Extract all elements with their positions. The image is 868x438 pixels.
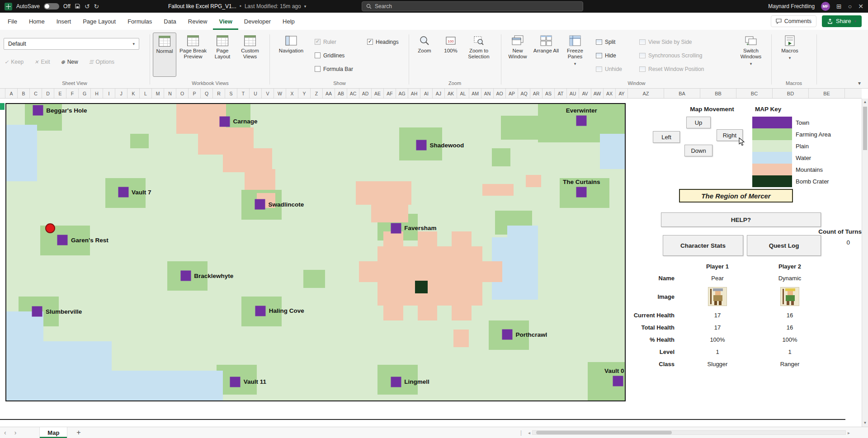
column-header-i[interactable]: I [103,89,115,98]
tab-file[interactable]: File [2,13,23,30]
column-header-n[interactable]: N [164,89,176,98]
column-header-a[interactable]: A [5,89,18,98]
column-header-s[interactable]: S [225,89,237,98]
column-header-au[interactable]: AU [567,89,579,98]
column-header-ac[interactable]: AC [347,89,359,98]
horizontal-scrollbar[interactable]: ◂ ▸ [528,429,850,436]
keep-button[interactable]: ✓Keep [5,59,24,65]
column-header-r[interactable]: R [213,89,225,98]
column-header-bb[interactable]: BB [700,89,736,98]
presence-icon[interactable]: ○ [848,3,852,9]
help-button[interactable]: HELP? [661,212,821,227]
sheet-nav-left-icon[interactable]: ‹ [0,429,10,436]
unhide-button[interactable]: Unhide [596,65,622,73]
column-header-d[interactable]: D [42,89,54,98]
column-header-b[interactable]: B [18,89,30,98]
user-name[interactable]: Maynard Frechtling [768,3,815,9]
column-header-ag[interactable]: AG [396,89,408,98]
column-header-an[interactable]: AN [481,89,494,98]
column-header-p[interactable]: P [189,89,201,98]
column-header-ad[interactable]: AD [359,89,372,98]
view-side-by-side-button[interactable]: View Side by Side [639,38,704,46]
tab-developer[interactable]: Developer [238,13,277,30]
autosave-toggle[interactable] [44,3,59,9]
select-all-corner[interactable] [0,89,5,98]
tab-view[interactable]: View [213,13,238,30]
options-button[interactable]: ☰Options [89,59,114,65]
undo-icon[interactable]: ↺ [85,3,90,9]
column-header-t[interactable]: T [237,89,250,98]
avatar[interactable]: MF [821,2,830,11]
column-header-ab[interactable]: AB [335,89,347,98]
move-up-button[interactable]: Up [686,117,711,128]
tab-data[interactable]: Data [158,13,182,30]
checkbox-formula-bar[interactable]: Formula Bar [315,65,353,73]
arrange-all-button[interactable]: Arrange All [533,33,560,77]
column-header-ar[interactable]: AR [530,89,542,98]
column-header-aq[interactable]: AQ [518,89,530,98]
excel-app-icon[interactable] [5,3,12,10]
column-header-az[interactable]: AZ [628,89,664,98]
column-header-m[interactable]: M [152,89,164,98]
vertical-scrollbar[interactable]: ▲ ▼ [862,99,868,427]
column-header-ao[interactable]: AO [494,89,506,98]
new-sheet-view-button[interactable]: ⊕New [61,59,78,65]
checkbox-headings[interactable]: Headings [367,38,399,46]
quest-log-button[interactable]: Quest Log [747,235,821,256]
column-header-aa[interactable]: AA [323,89,335,98]
column-header-l[interactable]: L [140,89,152,98]
column-header-k[interactable]: K [127,89,140,98]
freeze-panes-button[interactable]: Freeze Panes ▾ [561,33,590,77]
column-header-be[interactable]: BE [809,89,845,98]
column-header-ap[interactable]: AP [506,89,518,98]
comments-button[interactable]: Comments [771,15,816,27]
column-header-o[interactable]: O [176,89,189,98]
column-header-ay[interactable]: AY [616,89,628,98]
vertical-scroll-thumb[interactable] [863,107,867,150]
tab-insert[interactable]: Insert [51,13,77,30]
hide-button[interactable]: Hide [596,52,622,59]
tab-page-layout[interactable]: Page Layout [77,13,122,30]
move-left-button[interactable]: Left [653,131,680,143]
close-icon[interactable]: ✕ [858,3,863,9]
column-header-ba[interactable]: BA [664,89,700,98]
split-button[interactable]: Split [596,38,622,46]
scroll-right-icon[interactable]: ▸ [848,430,850,435]
column-header-ae[interactable]: AE [372,89,384,98]
horizontal-scroll-track[interactable] [532,430,846,435]
tab-home[interactable]: Home [23,13,51,30]
view-page-break-preview-button[interactable]: Page Break Preview [178,33,208,77]
zoom-button[interactable]: Zoom [411,33,438,77]
column-header-q[interactable]: Q [201,89,213,98]
sheet-tab-map[interactable]: Map [39,427,67,438]
column-header-c[interactable]: C [30,89,42,98]
reset-window-position-button[interactable]: Reset Window Position [639,65,704,73]
tab-formulas[interactable]: Formulas [122,13,158,30]
column-header-z[interactable]: Z [311,89,323,98]
scroll-down-icon[interactable]: ▼ [862,419,868,427]
column-header-aj[interactable]: AJ [433,89,445,98]
search-input[interactable]: Search [362,1,583,11]
column-header-j[interactable]: J [115,89,127,98]
apps-grid-icon[interactable]: ⊞ [836,3,842,9]
add-sheet-button[interactable]: + [76,429,80,437]
column-header-av[interactable]: AV [579,89,591,98]
column-header-bc[interactable]: BC [736,89,773,98]
column-header-x[interactable]: X [286,89,298,98]
scroll-left-icon[interactable]: ◂ [528,430,530,435]
column-header-ah[interactable]: AH [408,89,420,98]
sheet-nav-right-icon[interactable]: › [10,429,21,436]
view-page-layout-button[interactable]: Page Layout [210,33,235,77]
view-custom-views-button[interactable]: Custom Views [236,33,264,77]
column-header-am[interactable]: AM [469,89,481,98]
collapse-ribbon-icon[interactable]: ▾ [858,80,861,86]
move-down-button[interactable]: Down [684,145,712,156]
column-header-af[interactable]: AF [384,89,396,98]
exit-button[interactable]: ✕Exit [34,59,50,65]
tab-help[interactable]: Help [277,13,301,30]
horizontal-scroll-thumb[interactable] [536,431,672,434]
column-header-ai[interactable]: AI [420,89,433,98]
scroll-up-icon[interactable]: ▲ [862,99,868,106]
column-header-w[interactable]: W [274,89,286,98]
column-header-as[interactable]: AS [542,89,555,98]
